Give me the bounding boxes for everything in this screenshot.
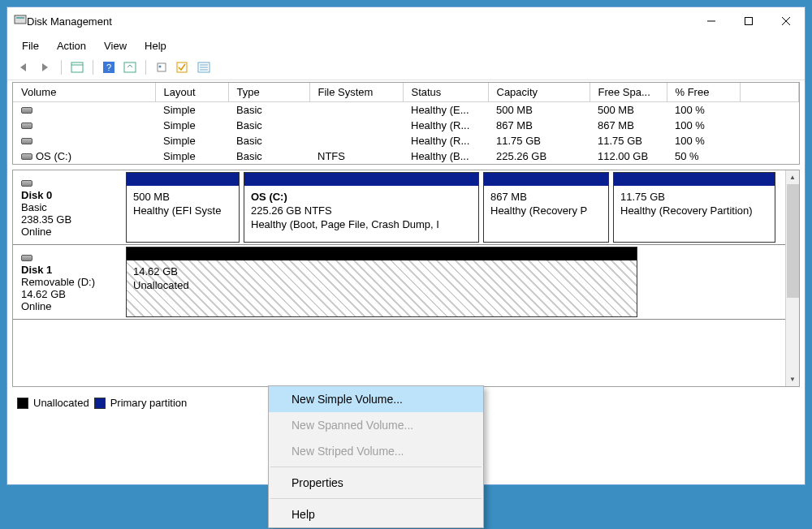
- drive-icon: [21, 180, 32, 187]
- refresh-icon[interactable]: [121, 58, 139, 76]
- menu-new-simple-volume[interactable]: New Simple Volume...: [269, 386, 483, 412]
- volume-list: Volume Layout Type File System Status Ca…: [12, 82, 800, 165]
- partition-cap: [127, 247, 637, 260]
- partition-cap: [484, 173, 608, 186]
- drive-icon: [21, 255, 32, 261]
- col-pct[interactable]: % Free: [667, 83, 740, 102]
- separator-icon: [270, 467, 482, 467]
- list-icon[interactable]: [195, 58, 213, 76]
- menu-view[interactable]: View: [96, 38, 135, 54]
- scroll-thumb[interactable]: [787, 184, 799, 298]
- forward-icon[interactable]: [37, 58, 54, 76]
- partition-cap: [244, 173, 478, 186]
- menu-help[interactable]: Help: [136, 38, 175, 54]
- col-free[interactable]: Free Spa...: [590, 83, 667, 102]
- back-icon[interactable]: [15, 58, 33, 76]
- partition[interactable]: OS (C:)225.26 GB NTFSHealthy (Boot, Page…: [244, 172, 479, 243]
- scroll-up-icon[interactable]: ▲: [786, 170, 799, 184]
- partition[interactable]: 14.62 GBUnallocated: [126, 247, 637, 317]
- menu-properties[interactable]: Properties: [269, 470, 483, 496]
- partition[interactable]: 867 MBHealthy (Recovery P: [483, 172, 609, 243]
- partition-body: OS (C:)225.26 GB NTFSHealthy (Boot, Page…: [244, 186, 478, 242]
- col-layout[interactable]: Layout: [155, 83, 228, 102]
- partition-cap: [614, 173, 775, 186]
- toolbar: ?: [7, 57, 805, 80]
- col-empty: [740, 83, 799, 102]
- drive-icon: [21, 153, 32, 160]
- scrollbar[interactable]: ▲ ▼: [785, 170, 799, 386]
- col-volume[interactable]: Volume: [13, 83, 155, 102]
- disk-header[interactable]: Disk 1Removable (D:)14.62 GBOnline: [13, 245, 123, 319]
- partition[interactable]: 500 MBHealthy (EFI Syste: [126, 172, 240, 243]
- menu-new-striped-volume: New Striped Volume...: [269, 438, 483, 464]
- svg-point-12: [159, 66, 162, 68]
- svg-rect-1: [16, 17, 24, 19]
- separator-icon: [61, 60, 62, 75]
- svg-rect-11: [158, 63, 166, 71]
- close-button[interactable]: [767, 7, 805, 35]
- drive-icon: [21, 123, 32, 129]
- properties-icon[interactable]: [153, 58, 171, 76]
- separator-icon: [270, 498, 482, 499]
- disk-row: Disk 0Basic238.35 GBOnline500 MBHealthy …: [13, 170, 785, 245]
- col-status[interactable]: Status: [403, 83, 488, 102]
- scroll-down-icon[interactable]: ▼: [786, 372, 799, 386]
- svg-rect-3: [745, 18, 753, 25]
- partition-body: 867 MBHealthy (Recovery P: [484, 186, 608, 242]
- maximize-button[interactable]: [730, 7, 767, 35]
- context-menu: New Simple Volume... New Spanned Volume.…: [268, 385, 484, 528]
- partition-body: 14.62 GBUnallocated: [127, 260, 637, 316]
- svg-rect-13: [177, 62, 187, 72]
- table-row[interactable]: OS (C:)SimpleBasicNTFSHealthy (B...225.2…: [13, 148, 799, 164]
- title-text: Disk Management: [27, 15, 693, 28]
- table-header-row: Volume Layout Type File System Status Ca…: [13, 83, 799, 102]
- partition[interactable]: 11.75 GBHealthy (Recovery Partition): [613, 172, 775, 243]
- svg-rect-10: [124, 62, 136, 72]
- partition-body: 500 MBHealthy (EFI Syste: [127, 186, 239, 242]
- separator-icon: [145, 60, 146, 75]
- panel-icon[interactable]: [68, 58, 86, 76]
- col-type[interactable]: Type: [228, 83, 309, 102]
- menu-bar: File Action View Help: [7, 35, 805, 57]
- legend-primary: Primary partition: [110, 397, 188, 409]
- svg-text:?: ?: [106, 62, 111, 72]
- separator-icon: [93, 60, 93, 75]
- col-capacity[interactable]: Capacity: [488, 83, 590, 102]
- disk-parts: 500 MBHealthy (EFI SysteOS (C:)225.26 GB…: [123, 170, 785, 244]
- legend-unallocated: Unallocated: [33, 397, 89, 409]
- swatch-unallocated: [17, 398, 28, 409]
- disk-parts: 14.62 GBUnallocated: [123, 245, 785, 319]
- drive-icon: [21, 138, 32, 144]
- swatch-primary: [94, 398, 106, 409]
- check-icon[interactable]: [174, 58, 192, 76]
- svg-rect-0: [15, 15, 26, 24]
- title-bar: Disk Management: [7, 7, 805, 35]
- table-row[interactable]: SimpleBasicHealthy (R...867 MB867 MB100 …: [13, 118, 799, 133]
- window-controls: [693, 7, 805, 35]
- menu-action[interactable]: Action: [49, 38, 94, 54]
- help-icon[interactable]: ?: [100, 58, 118, 76]
- partition-cap: [127, 173, 239, 186]
- svg-rect-6: [71, 62, 83, 72]
- drive-icon: [21, 107, 32, 114]
- menu-new-spanned-volume: New Spanned Volume...: [269, 412, 483, 438]
- menu-file[interactable]: File: [14, 38, 47, 54]
- table-row[interactable]: SimpleBasicHealthy (R...11.75 GB11.75 GB…: [13, 133, 799, 148]
- minimize-button[interactable]: [693, 7, 730, 35]
- table-row[interactable]: SimpleBasicHealthy (E...500 MB500 MB100 …: [13, 102, 799, 118]
- graphical-view: Disk 0Basic238.35 GBOnline500 MBHealthy …: [12, 170, 800, 387]
- col-fs[interactable]: File System: [309, 83, 403, 102]
- app-icon: [14, 13, 27, 29]
- disk-row: Disk 1Removable (D:)14.62 GBOnline14.62 …: [13, 245, 785, 320]
- disk-header[interactable]: Disk 0Basic238.35 GBOnline: [13, 170, 123, 244]
- menu-help[interactable]: Help: [269, 501, 483, 527]
- partition-body: 11.75 GBHealthy (Recovery Partition): [614, 186, 775, 242]
